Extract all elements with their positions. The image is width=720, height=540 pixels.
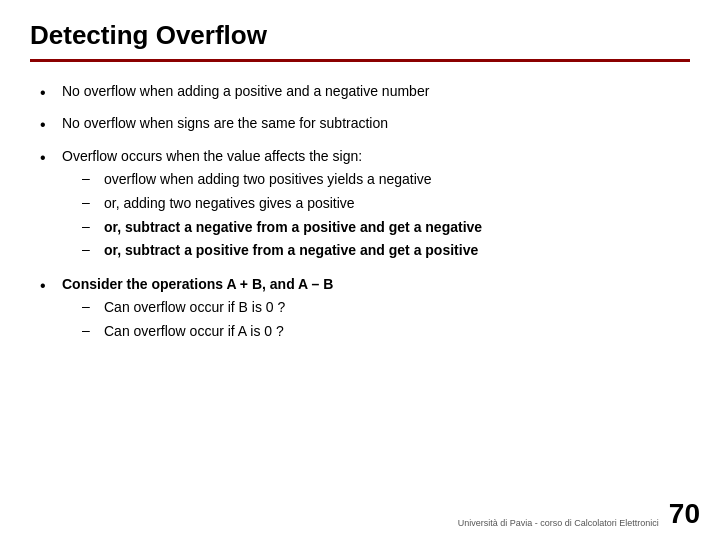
- main-bullet-list: • No overflow when adding a positive and…: [40, 82, 690, 346]
- bullet-text: No overflow when signs are the same for …: [62, 114, 388, 134]
- slide-title: Detecting Overflow: [30, 20, 690, 51]
- sub-text: Can overflow occur if A is 0 ?: [104, 322, 284, 342]
- list-item: – Can overflow occur if A is 0 ?: [62, 322, 333, 342]
- list-item: • No overflow when signs are the same fo…: [40, 114, 690, 136]
- list-item: – Can overflow occur if B is 0 ?: [62, 298, 333, 318]
- bullet-text: No overflow when adding a positive and a…: [62, 82, 429, 102]
- sub-bullet-list: – Can overflow occur if B is 0 ? – Can o…: [62, 298, 333, 341]
- list-item: – or, subtract a positive from a negativ…: [62, 241, 482, 261]
- dash-icon: –: [82, 241, 100, 257]
- bullet-content: Overflow occurs when the value affects t…: [62, 147, 482, 265]
- sub-text: or, subtract a negative from a positive …: [104, 218, 482, 238]
- bullet-icon: •: [40, 275, 56, 297]
- dash-icon: –: [82, 170, 100, 186]
- slide-footer: Università di Pavia - corso di Calcolato…: [458, 500, 700, 528]
- slide-content: • No overflow when adding a positive and…: [30, 82, 690, 346]
- sub-text: or, adding two negatives gives a positiv…: [104, 194, 355, 214]
- sub-text: overflow when adding two positives yield…: [104, 170, 432, 190]
- sub-text: or, subtract a positive from a negative …: [104, 241, 478, 261]
- list-item: • No overflow when adding a positive and…: [40, 82, 690, 104]
- list-item: • Consider the operations A + B, and A –…: [40, 275, 690, 346]
- list-item: • Overflow occurs when the value affects…: [40, 147, 690, 265]
- dash-icon: –: [82, 194, 100, 210]
- sub-bullet-list: – overflow when adding two positives yie…: [62, 170, 482, 260]
- page-number: 70: [669, 500, 700, 528]
- bullet-icon: •: [40, 82, 56, 104]
- dash-icon: –: [82, 322, 100, 338]
- bullet-icon: •: [40, 147, 56, 169]
- list-item: – or, adding two negatives gives a posit…: [62, 194, 482, 214]
- bullet-content: Consider the operations A + B, and A – B…: [62, 275, 333, 346]
- footer-institution: Università di Pavia - corso di Calcolato…: [458, 518, 659, 528]
- bullet-text: Consider the operations A + B, and A – B: [62, 276, 333, 292]
- dash-icon: –: [82, 298, 100, 314]
- bullet-icon: •: [40, 114, 56, 136]
- title-area: Detecting Overflow: [30, 20, 690, 62]
- slide: Detecting Overflow • No overflow when ad…: [0, 0, 720, 540]
- list-item: – or, subtract a negative from a positiv…: [62, 218, 482, 238]
- list-item: – overflow when adding two positives yie…: [62, 170, 482, 190]
- dash-icon: –: [82, 218, 100, 234]
- sub-text: Can overflow occur if B is 0 ?: [104, 298, 285, 318]
- bullet-text: Overflow occurs when the value affects t…: [62, 148, 362, 164]
